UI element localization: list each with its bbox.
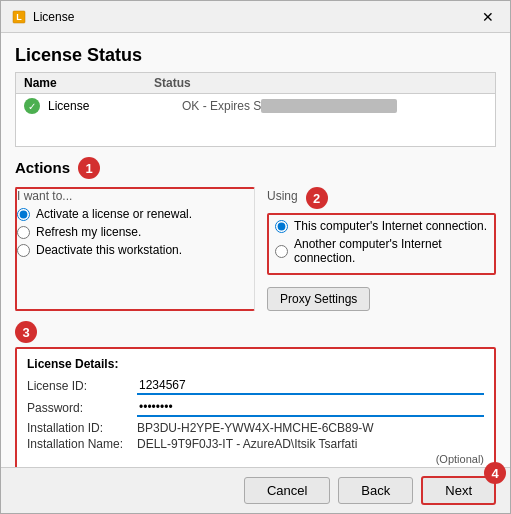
license-details-title: License Details: <box>27 357 484 371</box>
license-details-wrapper: 3 License Details: License ID: Password:… <box>15 321 496 467</box>
check-icon: ✓ <box>24 98 40 114</box>
proxy-btn-wrapper: Proxy Settings <box>267 281 496 311</box>
radio-deactivate-input[interactable] <box>17 244 30 257</box>
details-header: 3 <box>15 321 496 343</box>
radio-another-computer-label: Another computer's Internet connection. <box>294 237 488 265</box>
license-table: Name Status ✓ License OK - Expires S████… <box>15 72 496 147</box>
password-row: Password: <box>27 399 484 417</box>
proxy-settings-button[interactable]: Proxy Settings <box>267 287 370 311</box>
radio-this-computer-input[interactable] <box>275 220 288 233</box>
next-button[interactable]: Next <box>421 476 496 505</box>
row-name: License <box>48 99 178 113</box>
radio-activate-input[interactable] <box>17 208 30 221</box>
title-bar-left: L License <box>11 9 74 25</box>
iwantto-label: I want to... <box>17 189 246 203</box>
using-options-box: This computer's Internet connection. Ano… <box>267 213 496 275</box>
table-header: Name Status <box>16 73 495 94</box>
license-details-box: License Details: License ID: Password: I… <box>15 347 496 467</box>
svg-text:L: L <box>16 12 22 22</box>
radio-another-computer[interactable]: Another computer's Internet connection. <box>275 237 488 265</box>
status-text-prefix: OK - Expires S <box>182 99 261 113</box>
radio-activate[interactable]: Activate a license or renewal. <box>17 207 246 221</box>
table-spacer <box>16 118 495 146</box>
optional-label: (Optional) <box>27 453 484 465</box>
step4-badge: 4 <box>484 462 506 484</box>
radio-refresh[interactable]: Refresh my license. <box>17 225 246 239</box>
actions-title: Actions <box>15 159 70 176</box>
cancel-button[interactable]: Cancel <box>244 477 330 504</box>
blurred-expiry: ████████████████ <box>261 99 397 113</box>
table-row: ✓ License OK - Expires S████████████████ <box>16 94 495 118</box>
title-bar: L License ✕ <box>1 1 510 33</box>
radio-refresh-input[interactable] <box>17 226 30 239</box>
footer: Cancel Back 4 Next <box>1 467 510 513</box>
license-status-title: License Status <box>15 45 496 66</box>
right-actions: Using 2 This computer's Internet connect… <box>255 187 496 311</box>
installation-id-row: Installation ID: BP3DU-H2YPE-YWW4X-HMCHE… <box>27 421 484 435</box>
installation-name-value: DELL-9T9F0J3-IT - AzureAD\Itsik Tsarfati <box>137 437 484 451</box>
radio-deactivate-label: Deactivate this workstation. <box>36 243 182 257</box>
license-id-input[interactable] <box>137 377 484 395</box>
using-label: Using <box>267 189 298 203</box>
installation-id-label: Installation ID: <box>27 421 137 435</box>
actions-columns: I want to... Activate a license or renew… <box>15 187 496 311</box>
license-status-section: License Status Name Status ✓ License OK … <box>15 45 496 147</box>
password-label: Password: <box>27 401 137 415</box>
password-input[interactable] <box>137 399 484 417</box>
license-window-icon: L <box>11 9 27 25</box>
installation-id-value: BP3DU-H2YPE-YWW4X-HMCHE-6CB89-W <box>137 421 484 435</box>
actions-section: Actions 1 I want to... Activate a licens… <box>15 157 496 311</box>
installation-name-row: Installation Name: DELL-9T9F0J3-IT - Azu… <box>27 437 484 451</box>
close-button[interactable]: ✕ <box>476 5 500 29</box>
radio-activate-label: Activate a license or renewal. <box>36 207 192 221</box>
using-header: Using 2 <box>267 187 496 209</box>
step3-badge: 3 <box>15 321 37 343</box>
header-status: Status <box>154 76 487 90</box>
window-title: License <box>33 10 74 24</box>
radio-deactivate[interactable]: Deactivate this workstation. <box>17 243 246 257</box>
license-id-label: License ID: <box>27 379 137 393</box>
step2-badge: 2 <box>306 187 328 209</box>
window-content: License Status Name Status ✓ License OK … <box>1 33 510 467</box>
radio-this-computer-label: This computer's Internet connection. <box>294 219 487 233</box>
step1-badge: 1 <box>78 157 100 179</box>
radio-refresh-label: Refresh my license. <box>36 225 141 239</box>
back-button[interactable]: Back <box>338 477 413 504</box>
installation-name-label: Installation Name: <box>27 437 137 451</box>
radio-another-computer-input[interactable] <box>275 245 288 258</box>
left-actions: I want to... Activate a license or renew… <box>15 187 255 311</box>
license-id-row: License ID: <box>27 377 484 395</box>
row-status: OK - Expires S████████████████ <box>182 99 487 113</box>
next-btn-wrapper: 4 Next <box>421 476 496 505</box>
license-window: L License ✕ License Status Name Status ✓… <box>0 0 511 514</box>
radio-this-computer[interactable]: This computer's Internet connection. <box>275 219 488 233</box>
header-name: Name <box>24 76 154 90</box>
actions-header: Actions 1 <box>15 157 496 179</box>
